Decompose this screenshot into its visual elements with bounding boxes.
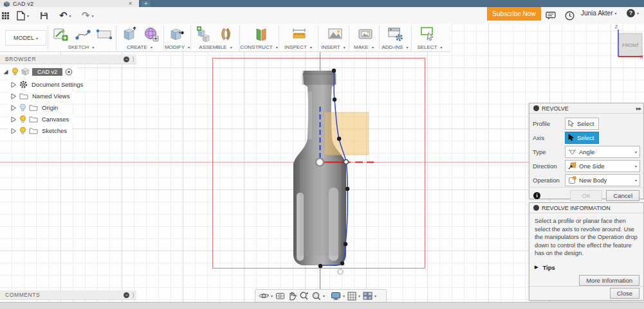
file-menu-button[interactable]: ▾ xyxy=(17,10,29,21)
create-form-button[interactable] xyxy=(143,26,160,42)
browser-row-canvases[interactable]: Canvases xyxy=(8,114,74,124)
redo-icon: ↷ xyxy=(82,10,90,21)
more-information-button[interactable]: More Information xyxy=(579,275,639,286)
orbit-button[interactable]: ▾ xyxy=(259,291,273,301)
group-create[interactable]: CREATE ▾ xyxy=(118,44,161,50)
document-tab[interactable]: CAD v2 ✕ xyxy=(0,0,139,7)
visibility-bulb-icon[interactable] xyxy=(19,115,26,123)
type-dropdown[interactable]: Angle ▾ xyxy=(565,146,640,158)
look-at-button[interactable] xyxy=(275,292,285,300)
browser-row-origin[interactable]: Origin xyxy=(8,103,63,112)
panel-handle-icon[interactable]: ) xyxy=(132,56,134,62)
browser-row-document-settings[interactable]: Document Settings xyxy=(8,80,88,89)
expand-icon[interactable] xyxy=(10,116,17,123)
activate-radio-icon[interactable] xyxy=(65,68,73,76)
expand-icon[interactable] xyxy=(10,93,17,100)
dialog-dot-icon xyxy=(533,205,539,211)
zoom-button[interactable] xyxy=(299,291,309,301)
group-modify[interactable]: MODIFY ▾ xyxy=(164,44,190,50)
browser-root-row[interactable]: CAD v2 xyxy=(0,67,78,76)
revolve-info-titlebar[interactable]: REVOLVE INFORMATION xyxy=(529,203,643,213)
undo-button[interactable]: ↶ ▾ xyxy=(59,10,71,21)
viewports-button[interactable]: ▾ xyxy=(363,292,376,300)
direction-dropdown[interactable]: One Side ▾ xyxy=(565,160,640,172)
revolve-dialog-footer: i OK Cancel xyxy=(529,187,643,203)
comments-collapse-icon[interactable]: − xyxy=(124,292,129,298)
comments-panel-header[interactable]: COMMENTS − ) xyxy=(0,290,136,300)
pan-button[interactable] xyxy=(288,292,297,301)
create-sketch-button[interactable] xyxy=(53,26,69,42)
visibility-bulb-icon[interactable] xyxy=(19,127,26,135)
panel-handle-icon[interactable]: ) xyxy=(132,292,134,298)
cancel-button[interactable]: Cancel xyxy=(606,190,639,201)
browser-row-sketches[interactable]: Sketches xyxy=(8,126,72,136)
fit-button[interactable]: ▾ xyxy=(311,291,325,301)
group-sketch[interactable]: SKETCH ▾ xyxy=(60,44,102,50)
grid-snap-button[interactable]: ▾ xyxy=(347,292,360,301)
app-grid-icon[interactable] xyxy=(2,10,9,21)
group-addins[interactable]: ADD-INS ▾ xyxy=(379,44,411,50)
close-button[interactable]: Close xyxy=(610,288,639,299)
group-select[interactable]: SELECT ▾ xyxy=(411,44,448,50)
expand-icon[interactable] xyxy=(10,105,17,111)
group-make[interactable]: MAKE ▾ xyxy=(349,44,379,50)
display-settings-button[interactable]: ▾ xyxy=(331,292,345,301)
dialog-chevrons-icon[interactable]: ▶▶ xyxy=(636,106,641,110)
joint-button[interactable] xyxy=(217,26,234,42)
redo-button[interactable]: ↷ ▾ xyxy=(82,10,94,21)
browser-row-named-views[interactable]: Named Views xyxy=(8,91,75,101)
make-button[interactable] xyxy=(357,26,374,42)
group-inspect[interactable]: INSPECT ▾ xyxy=(279,44,318,50)
browser-collapse-icon[interactable]: − xyxy=(124,57,129,62)
cursor-icon xyxy=(568,134,575,141)
rectangle-tool-button[interactable] xyxy=(96,26,113,42)
insert-image-button[interactable] xyxy=(327,26,344,42)
expand-collapse-icon[interactable] xyxy=(3,69,9,75)
revolve-dialog-titlebar[interactable]: REVOLVE ▶▶ xyxy=(529,103,643,114)
select-tool-button[interactable] xyxy=(419,26,436,42)
expand-icon[interactable] xyxy=(10,128,17,134)
pan-hand-icon xyxy=(288,292,297,301)
measure-ruler-icon xyxy=(291,26,308,42)
job-status-button[interactable] xyxy=(565,10,575,21)
spline-icon xyxy=(75,26,91,42)
visibility-bulb-icon[interactable] xyxy=(12,67,19,76)
revolve-info-text: Select a profile or planar face then sel… xyxy=(529,213,643,261)
tips-expander[interactable]: ▶ Tips xyxy=(529,261,643,274)
row-label: Origin xyxy=(42,104,58,111)
axis-select-button[interactable]: Select xyxy=(565,132,599,144)
root-component-label[interactable]: CAD v2 xyxy=(32,68,62,76)
new-component-button[interactable] xyxy=(196,26,212,42)
info-icon[interactable]: i xyxy=(533,192,540,199)
caret-icon: ▾ xyxy=(69,13,71,18)
feedback-button[interactable] xyxy=(546,10,556,21)
group-construct[interactable]: CONSTRUCT ▾ xyxy=(239,44,279,50)
user-account-menu[interactable]: Junia Akter ▾ xyxy=(581,10,617,17)
measure-button[interactable] xyxy=(291,26,308,42)
new-tab-button[interactable]: + xyxy=(142,1,151,7)
operation-dropdown[interactable]: New Body ▾ xyxy=(565,174,640,186)
spline-tool-button[interactable] xyxy=(75,26,91,42)
addins-button[interactable] xyxy=(387,26,404,42)
subscribe-now-button[interactable]: Subscribe Now xyxy=(487,7,541,21)
workspace-switcher[interactable]: MODEL ▾ xyxy=(5,30,46,46)
press-pull-button[interactable] xyxy=(169,26,185,42)
browser-panel-header[interactable]: BROWSER − ) xyxy=(0,55,136,64)
construct-plane-button[interactable] xyxy=(252,26,269,42)
expand-icon[interactable] xyxy=(10,82,17,88)
profile-select-button[interactable]: Select xyxy=(565,118,599,130)
tips-arrow-icon: ▶ xyxy=(535,265,538,270)
group-assemble[interactable]: ASSEMBLE ▾ xyxy=(192,44,239,50)
ok-button[interactable]: OK xyxy=(570,190,602,201)
caret-icon: ▾ xyxy=(635,164,637,168)
help-menu[interactable]: ? ▾ xyxy=(627,9,639,17)
create-primitive-button[interactable] xyxy=(121,26,138,42)
row-label: Document Settings xyxy=(32,81,83,88)
visibility-bulb-off-icon[interactable] xyxy=(19,103,26,112)
field-label: Axis xyxy=(533,134,565,141)
group-insert[interactable]: INSERT ▾ xyxy=(318,44,349,50)
save-button[interactable] xyxy=(40,10,48,21)
tab-close-icon[interactable]: ✕ xyxy=(128,1,133,6)
caret-icon: ▾ xyxy=(323,294,325,298)
box-icon xyxy=(121,26,138,42)
